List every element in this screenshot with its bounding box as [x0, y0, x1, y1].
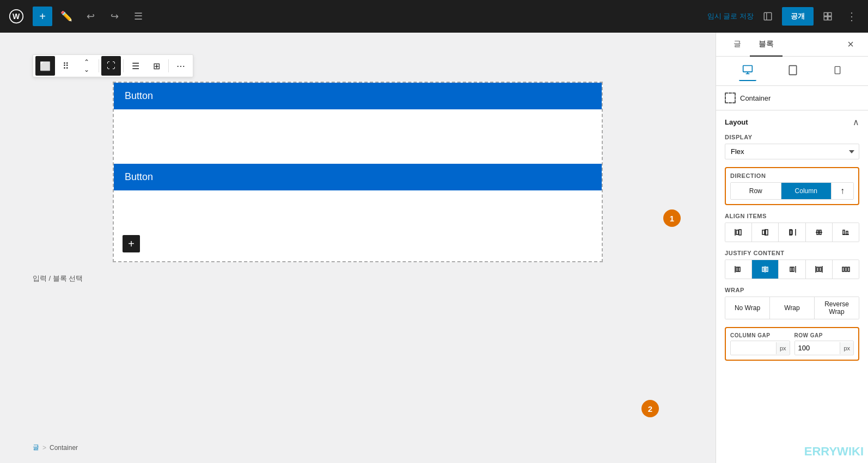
direction-btn-group: Row Column ↑	[730, 182, 854, 200]
watermark: ERRYWIKI	[800, 440, 868, 463]
align-baseline-button[interactable]	[833, 223, 859, 242]
layout-section: Layout ∧ DISPLAY Flex Block Inline Flex …	[716, 110, 868, 375]
toolbar-divider-3	[168, 59, 169, 72]
add-block-top-button[interactable]: +	[33, 7, 52, 26]
row-gap-field: ROW GAP px	[794, 332, 854, 355]
sidebar-device-icons	[716, 57, 868, 86]
sidebar: 글 블록 × Container Layout	[716, 33, 868, 463]
canvas-block-2: Button	[114, 164, 602, 261]
sidebar-tabs: 글 블록 ×	[716, 33, 868, 57]
wp-logo[interactable]: W	[7, 7, 26, 26]
save-draft-link[interactable]: 임시 글로 저장	[707, 11, 754, 21]
toolbar-fullscreen-button[interactable]: ⛶	[101, 56, 121, 76]
svg-rect-11	[790, 66, 797, 75]
wrap-btn-group: No Wrap Wrap Reverse Wrap	[725, 297, 859, 319]
toolbar-align-button[interactable]: ☰	[126, 56, 145, 76]
row-gap-unit: px	[840, 342, 853, 354]
toolbar-more-button[interactable]: ⋯	[171, 56, 191, 76]
block-input-hint: 입력 / 블록 선택	[33, 274, 83, 282]
align-items-label: ALIGN ITEMS	[725, 213, 859, 219]
add-block-canvas-button[interactable]: +	[123, 235, 140, 252]
toolbar-arrows-button[interactable]: ⌃⌄	[77, 56, 96, 76]
redo-button[interactable]: ↪	[105, 7, 124, 26]
undo-button[interactable]: ↩	[81, 7, 100, 26]
svg-rect-8	[743, 66, 752, 72]
publish-button[interactable]: 공개	[782, 7, 814, 26]
container-icon	[725, 92, 736, 103]
svg-rect-4	[824, 13, 827, 16]
breadcrumb-home[interactable]: 글	[33, 443, 39, 452]
device-tablet-button[interactable]	[784, 61, 802, 81]
block-toolbar: ⬜ ⠿ ⌃⌄ ⛶ ☰ ⊞ ⋯	[33, 54, 193, 77]
top-bar-right: 임시 글로 저장 공개 ⋮	[707, 7, 861, 26]
breadcrumb-separator: >	[42, 444, 46, 452]
direction-column-button[interactable]: Column	[781, 183, 832, 199]
svg-rect-28	[843, 230, 845, 234]
sidebar-close-button[interactable]: ×	[842, 36, 859, 53]
breadcrumb-current: Container	[50, 444, 78, 452]
toolbar-divider-1	[99, 59, 99, 72]
svg-rect-7	[828, 17, 832, 20]
block-spacer-1	[114, 109, 602, 164]
svg-rect-17	[739, 230, 741, 235]
justify-content-label: JUSTIFY CONTENT	[725, 250, 859, 256]
svg-rect-37	[790, 267, 792, 271]
gap-section: COLUMN GAP px ROW GAP px	[725, 327, 859, 361]
block-button-2[interactable]: Button	[114, 164, 602, 190]
wrap-no-wrap-button[interactable]: No Wrap	[725, 297, 770, 319]
column-gap-field: COLUMN GAP px	[730, 332, 790, 355]
main-layout: ⬜ ⠿ ⌃⌄ ⛶ ☰ ⊞ ⋯ Button Button	[0, 33, 868, 463]
justify-center-button[interactable]	[752, 260, 779, 279]
tab-block[interactable]: 블록	[750, 33, 783, 57]
column-gap-input[interactable]	[731, 341, 776, 355]
tab-post[interactable]: 글	[725, 33, 750, 57]
editor-area: ⬜ ⠿ ⌃⌄ ⛶ ☰ ⊞ ⋯ Button Button	[0, 33, 716, 463]
direction-group: DIRECTION Row Column ↑	[725, 167, 859, 205]
direction-reverse-button[interactable]: ↑	[832, 183, 853, 199]
block-button-1[interactable]: Button	[114, 83, 602, 109]
list-view-button[interactable]: ☰	[129, 7, 148, 26]
gap-row: COLUMN GAP px ROW GAP px	[730, 332, 854, 355]
container-section: Container	[716, 86, 868, 110]
column-gap-unit: px	[776, 342, 790, 354]
device-mobile-button[interactable]	[830, 61, 845, 81]
align-end-button[interactable]	[779, 223, 805, 242]
justify-content-field-group: JUSTIFY CONTENT	[725, 250, 859, 279]
svg-rect-29	[846, 231, 848, 234]
edit-icon-button[interactable]: ✏️	[57, 7, 76, 26]
layout-collapse-button[interactable]: ∧	[853, 117, 859, 127]
justify-start-button[interactable]	[725, 260, 752, 279]
svg-rect-35	[766, 267, 768, 271]
justify-space-between-button[interactable]	[806, 260, 833, 279]
svg-rect-6	[824, 17, 827, 20]
wrap-reverse-button[interactable]: Reverse Wrap	[815, 297, 859, 319]
toolbar-grid-button[interactable]: ⠿	[56, 56, 76, 76]
toolbar-select-button[interactable]: ⬜	[35, 56, 55, 76]
justify-content-btn-group	[725, 260, 859, 279]
display-select[interactable]: Flex Block Inline Flex Inline Block	[725, 144, 859, 159]
svg-rect-34	[762, 267, 764, 271]
align-center-button[interactable]	[752, 223, 779, 242]
more-options-button[interactable]: ⋮	[842, 7, 861, 26]
align-items-btn-group	[725, 223, 859, 242]
display-field-group: DISPLAY Flex Block Inline Flex Inline Bl…	[725, 134, 859, 159]
device-desktop-button[interactable]	[739, 61, 756, 81]
view-button[interactable]	[758, 7, 778, 26]
toolbar-grid2-button[interactable]: ⊞	[146, 56, 166, 76]
align-start-button[interactable]	[725, 223, 752, 242]
row-gap-input[interactable]	[795, 341, 840, 355]
svg-rect-20	[766, 230, 768, 235]
justify-end-button[interactable]	[779, 260, 805, 279]
row-gap-input-wrapper: px	[794, 341, 854, 355]
layout-header: Layout ∧	[725, 117, 859, 127]
svg-rect-41	[817, 267, 818, 271]
direction-row-button[interactable]: Row	[731, 183, 781, 199]
settings-toggle-button[interactable]	[818, 7, 838, 26]
svg-rect-5	[828, 13, 832, 16]
align-stretch-button[interactable]	[806, 223, 833, 242]
container-label: Container	[725, 92, 859, 103]
svg-rect-38	[792, 267, 794, 271]
svg-rect-43	[842, 267, 844, 271]
wrap-wrap-button[interactable]: Wrap	[770, 297, 815, 319]
justify-space-around-button[interactable]	[833, 260, 859, 279]
